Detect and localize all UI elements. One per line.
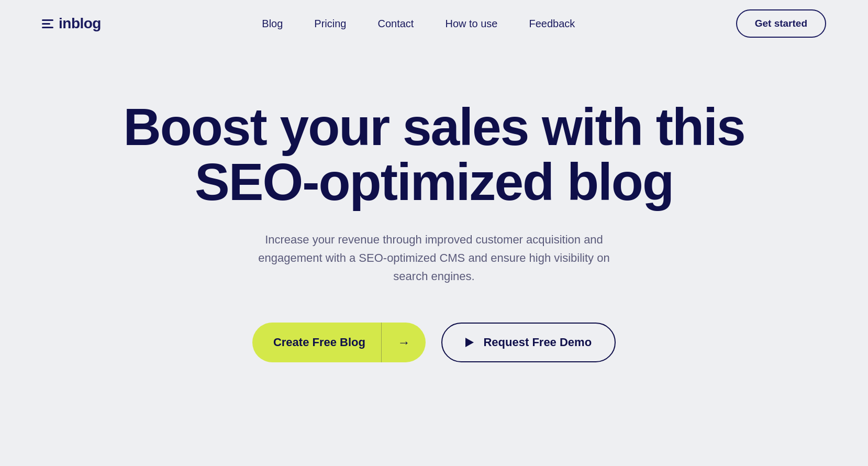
hero-section: Boost your sales with this SEO-optimized… xyxy=(0,47,868,404)
arrow-icon: → xyxy=(382,323,426,362)
get-started-button[interactable]: Get started xyxy=(736,9,826,38)
play-icon xyxy=(465,338,474,347)
nav-link-feedback[interactable]: Feedback xyxy=(529,18,575,29)
nav-item-feedback[interactable]: Feedback xyxy=(529,18,575,30)
nav-link-how-to-use[interactable]: How to use xyxy=(445,18,497,29)
nav-links: Blog Pricing Contact How to use Feedback xyxy=(262,18,575,30)
hero-title-line2: SEO-optimized blog xyxy=(195,152,673,211)
nav-link-blog[interactable]: Blog xyxy=(262,18,283,29)
hero-title-line1: Boost your sales with this xyxy=(123,97,744,156)
logo[interactable]: inblog xyxy=(42,15,101,32)
nav-item-contact[interactable]: Contact xyxy=(378,18,414,30)
create-free-blog-button[interactable]: Create Free Blog → xyxy=(252,323,426,362)
nav-link-contact[interactable]: Contact xyxy=(378,18,414,29)
logo-text: inblog xyxy=(59,15,101,32)
request-free-demo-label: Request Free Demo xyxy=(483,336,592,349)
nav-item-blog[interactable]: Blog xyxy=(262,18,283,30)
nav-item-pricing[interactable]: Pricing xyxy=(314,18,346,30)
nav-link-pricing[interactable]: Pricing xyxy=(314,18,346,29)
request-free-demo-button[interactable]: Request Free Demo xyxy=(441,323,616,362)
hero-subtitle: Increase your revenue through improved c… xyxy=(256,230,612,286)
nav-item-how-to-use[interactable]: How to use xyxy=(445,18,497,30)
cta-buttons: Create Free Blog → Request Free Demo xyxy=(252,323,616,362)
navbar: inblog Blog Pricing Contact How to use F… xyxy=(0,0,868,47)
hero-title: Boost your sales with this SEO-optimized… xyxy=(123,99,744,209)
create-free-blog-label: Create Free Blog xyxy=(273,336,365,349)
logo-icon xyxy=(42,19,53,28)
